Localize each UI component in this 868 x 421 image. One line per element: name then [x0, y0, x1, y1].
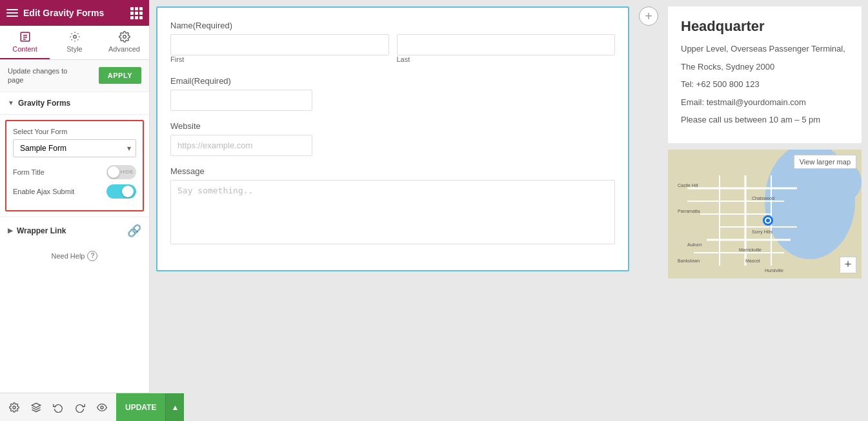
- wrapper-link-label: Wrapper Link: [17, 226, 66, 235]
- gravity-forms-panel: Select Your Form Sample Form Contact For…: [5, 120, 144, 211]
- tab-content-label: Content: [12, 45, 37, 53]
- main-content: Name(Required) First Last Email(Requir: [150, 0, 868, 421]
- first-name-input[interactable]: [170, 34, 389, 55]
- first-label: First: [170, 55, 389, 63]
- form-select-wrapper: Sample Form Contact Form Registration Fo…: [13, 139, 136, 157]
- tab-content[interactable]: Content: [0, 26, 50, 59]
- hq-tel: Tel: +62 500 800 123: [681, 78, 849, 91]
- website-input[interactable]: [170, 135, 312, 156]
- update-dropdown-button[interactable]: ▲: [165, 393, 184, 422]
- layers-icon[interactable]: [27, 398, 45, 416]
- gravity-forms-section-header[interactable]: ▼ Gravity Forms: [0, 92, 149, 115]
- sidebar: Edit Gravity Forms Content Style Advance…: [0, 0, 150, 421]
- message-field-group: Message: [170, 166, 615, 247]
- hq-address2: The Rocks, Sydney 2000: [681, 61, 849, 73]
- svg-marker-7: [32, 403, 40, 407]
- svg-text:Castle Hill: Castle Hill: [678, 183, 698, 188]
- svg-text:Parramatta: Parramatta: [678, 209, 700, 213]
- section-arrow-icon: ▼: [8, 99, 14, 106]
- gravity-forms-label: Gravity Forms: [18, 99, 70, 108]
- ajax-submit-row: Enable Ajax Submit YES: [13, 184, 136, 199]
- first-name-col: First: [170, 34, 389, 66]
- svg-point-8: [101, 406, 103, 409]
- message-label: Message: [170, 166, 615, 176]
- hq-address1: Upper Level, Overseas Passenger Terminal…: [681, 43, 849, 55]
- tab-style[interactable]: Style: [50, 26, 99, 59]
- email-input[interactable]: [170, 90, 312, 111]
- ajax-submit-toggle[interactable]: YES: [106, 184, 136, 199]
- wrapper-arrow-icon: ▶: [8, 227, 13, 234]
- tab-style-label: Style: [66, 45, 82, 53]
- last-name-input[interactable]: [397, 34, 616, 55]
- sidebar-title: Edit Gravity Forms: [23, 8, 125, 18]
- hamburger-icon[interactable]: [6, 9, 18, 17]
- need-help[interactable]: Need Help ?: [0, 244, 149, 268]
- map-zoom-button[interactable]: +: [840, 257, 856, 273]
- tab-advanced[interactable]: Advanced: [99, 26, 149, 59]
- add-element-button[interactable]: +: [639, 6, 658, 26]
- tab-advanced-label: Advanced: [108, 45, 140, 53]
- wrapper-link-row[interactable]: ▶ Wrapper Link 🔗: [0, 217, 149, 244]
- settings-icon[interactable]: [5, 398, 23, 416]
- name-label: Name(Required): [170, 21, 615, 30]
- form-title-toggle[interactable]: HIDE: [106, 165, 136, 179]
- svg-text:Surry Hills: Surry Hills: [752, 230, 772, 235]
- email-label: Email(Required): [170, 76, 615, 86]
- form-title-row: Form Title HIDE: [13, 165, 136, 179]
- map-box: Castle Hill Parramatta Auburn Bankstown …: [668, 150, 862, 279]
- help-circle-icon: ?: [87, 251, 97, 261]
- sidebar-bottom-bar: UPDATE ▲: [0, 393, 149, 421]
- hq-title: Headquarter: [681, 18, 849, 35]
- sidebar-tabs: Content Style Advanced: [0, 26, 149, 60]
- svg-text:Mascot: Mascot: [745, 259, 760, 263]
- need-help-text: Need Help: [52, 252, 85, 260]
- svg-text:Chatswood: Chatswood: [752, 196, 774, 201]
- message-textarea[interactable]: [170, 180, 615, 244]
- select-form-label: Select Your Form: [13, 128, 136, 135]
- form-container: Name(Required) First Last Email(Requir: [156, 6, 629, 271]
- toggle-knob: [108, 166, 119, 178]
- svg-text:Marrickville: Marrickville: [739, 248, 762, 252]
- grid-icon[interactable]: [130, 7, 143, 19]
- sidebar-header: Edit Gravity Forms: [0, 0, 149, 26]
- last-name-col: Last: [397, 34, 616, 66]
- update-button[interactable]: UPDATE: [116, 393, 165, 422]
- website-field-group: Website: [170, 121, 615, 156]
- name-field-group: Name(Required) First Last: [170, 21, 615, 66]
- wrapper-link-left: ▶ Wrapper Link: [8, 226, 66, 235]
- map-view-larger-btn[interactable]: View larger map: [794, 155, 856, 169]
- svg-point-4: [73, 35, 76, 39]
- last-label: Last: [397, 55, 616, 63]
- link-icon: 🔗: [127, 224, 141, 238]
- hq-box: Headquarter Upper Level, Overseas Passen…: [668, 6, 862, 143]
- website-label: Website: [170, 121, 615, 131]
- email-field-group: Email(Required): [170, 76, 615, 111]
- form-title-label: Form Title: [13, 168, 45, 176]
- update-row: Update changes to page APPLY: [0, 60, 149, 92]
- toggle-hide-text: HIDE: [121, 169, 134, 175]
- svg-text:Auburn: Auburn: [687, 242, 702, 247]
- svg-text:Bankstown: Bankstown: [678, 259, 700, 263]
- svg-text:Hurstville: Hurstville: [765, 268, 783, 273]
- undo-icon[interactable]: [49, 398, 67, 416]
- form-select[interactable]: Sample Form Contact Form Registration Fo…: [13, 139, 136, 157]
- update-label: Update changes to page: [8, 66, 72, 85]
- add-element-col: +: [636, 6, 661, 26]
- redo-icon[interactable]: [71, 398, 89, 416]
- hq-hours: Please call us between 10 am – 5 pm: [681, 113, 849, 126]
- bottom-icons: [0, 398, 116, 416]
- name-row: First Last: [170, 34, 615, 66]
- eye-icon[interactable]: [93, 398, 111, 416]
- hq-email: Email: testmail@yourdomain.com: [681, 96, 849, 109]
- svg-point-6: [13, 406, 15, 409]
- ajax-submit-label: Enable Ajax Submit: [13, 188, 74, 195]
- apply-button[interactable]: APPLY: [99, 67, 141, 84]
- svg-point-33: [766, 219, 770, 222]
- toggle-yes-text: YES: [122, 188, 133, 194]
- svg-point-5: [123, 35, 126, 39]
- right-col: Headquarter Upper Level, Overseas Passen…: [668, 6, 862, 279]
